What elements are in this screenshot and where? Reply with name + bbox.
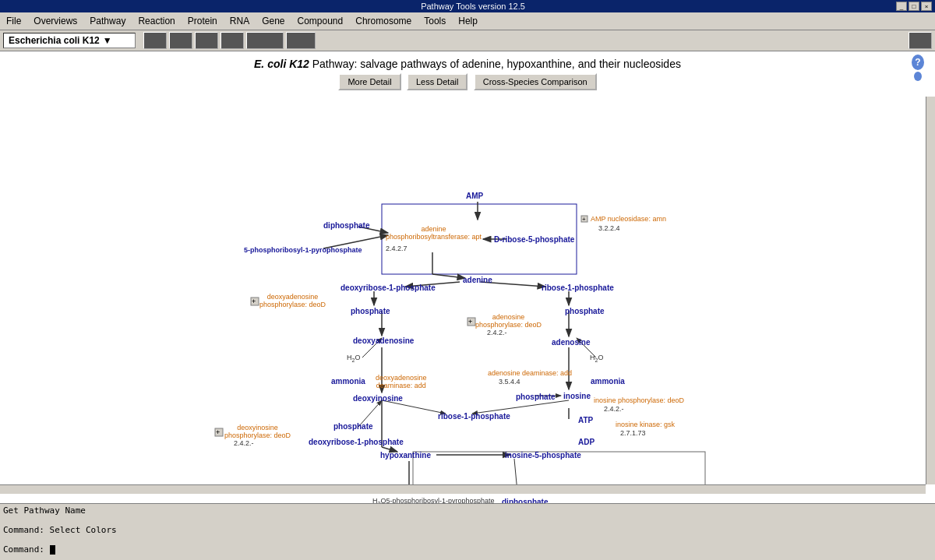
svg-text:+: +: [468, 318, 472, 326]
menu-tools[interactable]: Tools: [421, 14, 449, 28]
compound-ribose-1-phosphate1[interactable]: ribose-1-phosphate: [542, 284, 614, 292]
compound-5-phosphoribosyl[interactable]: 5-phosphoribosyl-1-pyrophosphate: [244, 246, 362, 254]
compound-inosine-5-phosphate[interactable]: inosine-5-phosphate: [505, 451, 581, 460]
svg-text:+: +: [582, 216, 586, 223]
help-icon[interactable]: ?: [907, 55, 929, 84]
status-line2: Command: Select Colors: [3, 525, 932, 535]
compound-phosphate2[interactable]: phosphate: [565, 307, 605, 315]
enzyme-gsk[interactable]: inosine kinase: gsk: [616, 421, 675, 428]
maximize-button[interactable]: □: [909, 2, 919, 11]
compound-phosphate4[interactable]: phosphate: [516, 393, 556, 401]
menu-rna[interactable]: RNA: [227, 14, 252, 28]
compound-ribose-1-phosphate2[interactable]: ribose-1-phosphate: [438, 412, 510, 421]
compound-ammonia1[interactable]: ammonia: [331, 377, 365, 386]
toolbar: Escherichia coli K12 ▼: [0, 30, 935, 51]
nav-down-button[interactable]: [221, 32, 244, 49]
enzyme-deoD4[interactable]: inosine phosphorylase: deoD: [594, 396, 684, 404]
compound-phosphate1[interactable]: phosphate: [351, 307, 390, 315]
nav-up-button[interactable]: [195, 32, 218, 49]
nav-action1-button[interactable]: [246, 32, 284, 49]
enzyme-deoD2[interactable]: adenosinephosphorylase: deoD: [475, 313, 542, 329]
compound-H2O1: H2O: [347, 354, 360, 363]
horizontal-scrollbar[interactable]: [0, 484, 926, 494]
organism-name: E. coli K12: [254, 58, 309, 70]
minimize-button[interactable]: _: [896, 2, 907, 11]
action-buttons-area: More Detail Less Detail Cross-Species Co…: [0, 73, 935, 90]
pathway-arrows: + + + + + + +: [0, 97, 935, 494]
organism-selector[interactable]: Escherichia coli K12 ▼: [3, 33, 136, 48]
menu-file[interactable]: File: [3, 14, 24, 28]
close-button[interactable]: ×: [921, 2, 932, 11]
enzyme-deoD1[interactable]: deoxyadenosinephosphorylase: deoD: [259, 293, 326, 308]
svg-rect-49: [581, 216, 587, 222]
svg-point-1: [914, 72, 922, 81]
ec-deoD3: 2.4.2.-: [234, 439, 254, 447]
compound-hypoxanthine[interactable]: hypoxanthine: [380, 451, 431, 460]
menu-chromosome[interactable]: Chromosome: [352, 14, 415, 28]
compound-adenine1[interactable]: adenine: [463, 276, 492, 284]
menu-bar: File Overviews Pathway Reaction Protein …: [0, 12, 935, 30]
pathway-name: Pathway: salvage pathways of adenine, hy…: [312, 58, 681, 70]
compound-ammonia2[interactable]: ammonia: [591, 377, 625, 386]
nav-action2-button[interactable]: [286, 32, 316, 49]
status-line1: Get Pathway Name: [3, 505, 932, 516]
compound-diphosphate2[interactable]: diphosphate: [502, 498, 548, 503]
enzyme-deoD3[interactable]: deoxyinosinephosphorylase: deoD: [224, 424, 291, 439]
compound-D-ribose-5-phosphate[interactable]: D-ribose-5-phosphate: [494, 235, 574, 244]
menu-protein[interactable]: Protein: [185, 14, 221, 28]
compound-AMP[interactable]: AMP: [466, 192, 483, 200]
less-detail-button[interactable]: Less Detail: [407, 73, 468, 90]
ec-deoD2: 2.4.2.-: [487, 329, 507, 336]
enzyme-amn[interactable]: AMP nucleosidase: amn: [591, 215, 666, 223]
toolbar-end-button[interactable]: [909, 32, 932, 49]
status-line3: Command:: [3, 544, 932, 555]
nav-forward-button[interactable]: [169, 32, 192, 49]
organism-label: Escherichia coli K12: [9, 35, 100, 46]
menu-help[interactable]: Help: [455, 14, 481, 28]
ec-add2: 3.5.4.4: [499, 378, 520, 386]
compound-H2O5-phos: H2O5-phosphoribosyl-1-pyrophosphate: [372, 497, 495, 503]
compound-H2O2: H2O: [590, 354, 603, 363]
compound-diphosphate1[interactable]: diphosphate: [323, 221, 369, 230]
enzyme-add1[interactable]: deoxyadenosinedeaminase: add: [376, 374, 427, 389]
compound-phosphate3[interactable]: phosphate: [333, 422, 373, 431]
main-content: E. coli K12 Pathway: salvage pathways of…: [0, 51, 935, 503]
window-controls[interactable]: _ □ ×: [896, 2, 932, 11]
menu-compound[interactable]: Compound: [295, 14, 347, 28]
ec-amn: 3.2.2.4: [598, 224, 620, 232]
compound-adenosine[interactable]: adenosine: [552, 338, 590, 347]
compound-deoxyribose-1-phosphate1[interactable]: deoxyribose-1-phosphate: [340, 284, 436, 292]
vertical-scrollbar[interactable]: [926, 97, 935, 484]
compound-deoxyadenosine[interactable]: deoxyadenosine: [353, 336, 414, 345]
svg-text:+: +: [252, 298, 256, 305]
ec-gsk: 2.7.1.73: [620, 429, 646, 437]
svg-text:+: +: [216, 428, 220, 436]
svg-rect-40: [215, 428, 223, 436]
compound-inosine[interactable]: inosine: [563, 392, 591, 400]
more-detail-button[interactable]: More Detail: [338, 73, 400, 90]
svg-rect-38: [468, 318, 475, 326]
nav-back-button[interactable]: [143, 32, 167, 49]
cross-species-button[interactable]: Cross-Species Comparison: [474, 73, 597, 90]
window-title: Pathway Tools version 12.5: [50, 2, 896, 11]
menu-gene[interactable]: Gene: [259, 14, 288, 28]
compound-ADP[interactable]: ADP: [578, 438, 595, 446]
menu-reaction[interactable]: Reaction: [135, 14, 178, 28]
ec-apt: 2.4.2.7: [386, 245, 408, 252]
menu-overviews[interactable]: Overviews: [30, 14, 80, 28]
status-bar: Get Pathway Name Command: Select Colors …: [0, 503, 935, 556]
pathway-diagram: + + + + + + +: [0, 97, 935, 494]
pathway-title-area: E. coli K12 Pathway: salvage pathways of…: [0, 51, 935, 73]
svg-line-9: [432, 274, 465, 278]
compound-deoxyribose-1-phosphate2[interactable]: deoxyribose-1-phosphate: [309, 438, 404, 446]
compound-deoxyinosine[interactable]: deoxyinosine: [353, 394, 403, 403]
title-bar: Pathway Tools version 12.5 _ □ ×: [0, 0, 935, 12]
svg-rect-36: [251, 298, 259, 305]
svg-text:?: ?: [915, 57, 920, 68]
menu-pathway[interactable]: Pathway: [86, 14, 129, 28]
enzyme-apt[interactable]: adeninephosphoribosyltransferase: apt: [386, 225, 482, 241]
ec-deoD4: 2.4.2.-: [604, 405, 624, 413]
compound-ATP[interactable]: ATP: [578, 416, 593, 424]
enzyme-add2[interactable]: adenosine deaminase: add: [488, 369, 572, 377]
command-cursor: [50, 545, 55, 555]
